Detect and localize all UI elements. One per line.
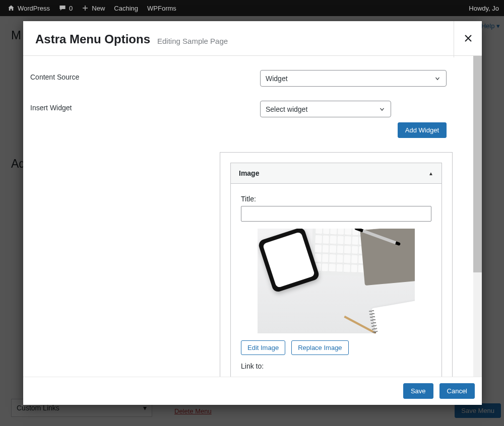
widget-image-actions: Edit Image Replace Image	[241, 340, 431, 355]
admin-bar-left: WordPress 0 New Caching WPForms	[3, 5, 181, 12]
admin-bar-site[interactable]: WordPress	[3, 5, 54, 12]
admin-bar-wpforms[interactable]: WPForms	[143, 5, 181, 12]
admin-bar-new-label: New	[92, 5, 105, 12]
phone-illustration	[258, 229, 320, 293]
admin-bar-caching[interactable]: Caching	[109, 5, 143, 12]
content-source-select[interactable]: Widget	[260, 70, 447, 87]
widget-preview-pane: Image ▲ Title:	[220, 152, 453, 377]
admin-bar-howdy-label: Howdy, Jo	[469, 5, 499, 12]
save-button[interactable]: Save	[403, 383, 433, 399]
admin-bar-comments-count: 0	[69, 5, 73, 12]
admin-bar-site-label: WordPress	[18, 5, 50, 12]
modal-footer: Save Cancel	[23, 377, 482, 405]
select-widget-value: Select widget	[266, 105, 307, 113]
chevron-down-icon	[434, 75, 441, 82]
modal-scrollbar-thumb[interactable]	[473, 56, 482, 272]
widget-card-header[interactable]: Image ▲	[231, 163, 442, 184]
widget-image-preview	[258, 229, 415, 333]
widget-card: Image ▲ Title:	[230, 163, 442, 377]
widget-title-label: Title:	[241, 195, 431, 203]
admin-bar-wpforms-label: WPForms	[147, 5, 176, 12]
astra-menu-options-modal: Astra Menu Options Editing Sample Page C…	[23, 21, 482, 405]
modal-title: Astra Menu Options	[35, 32, 150, 46]
edit-image-button[interactable]: Edit Image	[241, 340, 285, 355]
content-source-label: Content Source	[30, 70, 260, 81]
insert-widget-label: Insert Widget	[30, 101, 260, 112]
modal-close-pane	[454, 21, 482, 57]
notebook-illustration	[360, 229, 415, 286]
widget-card-body: Title:	[231, 184, 442, 377]
modal-header: Astra Menu Options Editing Sample Page	[23, 21, 482, 56]
replace-image-button[interactable]: Replace Image	[291, 340, 348, 355]
widget-title-input[interactable]	[241, 206, 431, 222]
widget-card-title: Image	[239, 169, 259, 177]
spiral-notebook-illustration	[371, 301, 415, 333]
modal-scrollbar[interactable]	[473, 56, 482, 377]
admin-bar-new[interactable]: New	[77, 5, 109, 12]
chevron-down-icon	[379, 106, 386, 113]
plus-icon	[82, 5, 89, 12]
cancel-button[interactable]: Cancel	[439, 383, 475, 399]
modal-subtitle: Editing Sample Page	[157, 37, 228, 45]
content-source-value: Widget	[266, 75, 288, 83]
add-widget-button[interactable]: Add Widget	[398, 122, 447, 138]
widget-linkto-label: Link to:	[241, 362, 431, 370]
modal-body: Content Source Widget Insert Widget Sele…	[23, 56, 482, 377]
admin-bar: WordPress 0 New Caching WPForms Howdy, J…	[0, 0, 504, 16]
modal-close-button[interactable]	[464, 34, 473, 45]
admin-bar-comments[interactable]: 0	[54, 5, 77, 12]
insert-widget-row: Insert Widget Select widget Add Widget	[30, 101, 465, 138]
admin-bar-caching-label: Caching	[114, 5, 138, 12]
admin-bar-howdy[interactable]: Howdy, Jo	[469, 5, 501, 12]
caret-up-icon: ▲	[428, 171, 433, 176]
comment-icon	[59, 5, 66, 12]
close-icon	[464, 34, 473, 45]
home-icon	[8, 5, 15, 12]
content-source-row: Content Source Widget	[30, 70, 465, 87]
select-widget-select[interactable]: Select widget	[260, 101, 391, 117]
